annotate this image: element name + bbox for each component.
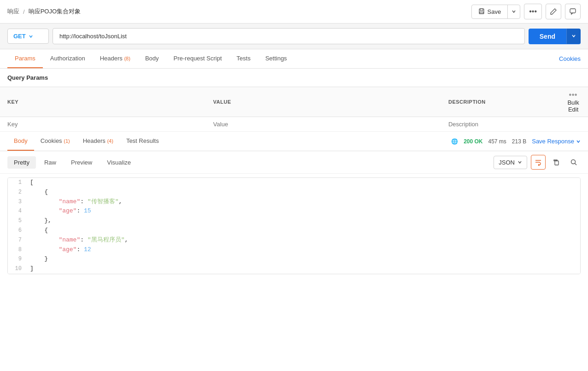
json-token-string: "传智播客" <box>88 198 119 205</box>
save-main-button[interactable]: Save <box>472 5 508 18</box>
comment-button[interactable] <box>565 4 581 19</box>
save-label: Save <box>488 8 501 15</box>
breadcrumb-part2: 响应POJO集合对象 <box>29 7 81 16</box>
breadcrumb-separator: / <box>23 8 25 15</box>
save-response-button[interactable]: Save Response <box>532 138 581 145</box>
copy-button[interactable] <box>549 155 563 169</box>
description-input[interactable] <box>448 121 551 128</box>
search-icon <box>570 159 577 166</box>
response-tab-body[interactable]: Body <box>7 132 34 151</box>
line-content: ] <box>26 264 580 274</box>
code-line: 8 "age": 12 <box>8 245 580 255</box>
send-dropdown-button[interactable] <box>566 29 581 44</box>
code-line: 4 "age": 15 <box>8 206 580 216</box>
code-line: 7 "name": "黑马程序员", <box>8 236 580 245</box>
edit-button[interactable] <box>546 4 561 19</box>
method-selector[interactable]: GET <box>7 29 49 44</box>
json-token-punct: : <box>80 198 88 205</box>
send-main-button[interactable]: Send <box>529 29 566 44</box>
value-input[interactable] <box>213 121 434 128</box>
line-number: 10 <box>8 264 26 273</box>
url-input[interactable] <box>53 28 525 44</box>
line-content: { <box>26 226 580 236</box>
more-dots-label: ••• <box>529 7 537 16</box>
json-token-bracket: [ <box>30 179 34 186</box>
tab-tests[interactable]: Tests <box>229 49 258 68</box>
send-button-group[interactable]: Send <box>529 29 581 44</box>
json-token-bracket: } <box>30 255 48 262</box>
response-tab-headers[interactable]: Headers (4) <box>76 132 120 151</box>
row-action-cell <box>559 117 588 132</box>
value-cell <box>206 117 441 132</box>
query-params-title: Query Params <box>0 69 588 87</box>
code-line: 10] <box>8 264 580 274</box>
json-token-bracket: }, <box>30 217 52 224</box>
json-token-punct: : <box>76 207 84 214</box>
line-number: 1 <box>8 178 26 187</box>
line-number: 5 <box>8 216 26 225</box>
send-chevron-icon <box>571 34 576 38</box>
line-content: "age": 15 <box>26 206 580 216</box>
wrap-icon <box>535 159 542 166</box>
tab-authorization[interactable]: Authorization <box>43 49 93 68</box>
format-tab-visualize[interactable]: Visualize <box>100 156 137 169</box>
col-header-action: ••• Bulk Edit <box>559 87 588 117</box>
pencil-icon <box>550 8 557 15</box>
line-number: 8 <box>8 245 26 254</box>
description-cell <box>441 117 559 132</box>
response-status: 200 OK <box>464 138 482 145</box>
json-token-number: 12 <box>84 246 91 253</box>
code-line: 1[ <box>8 178 580 188</box>
bulk-edit-button[interactable]: Bulk Edit <box>566 99 581 113</box>
format-tab-preview[interactable]: Preview <box>65 156 99 169</box>
svg-rect-1 <box>480 9 483 11</box>
table-more-icon[interactable]: ••• <box>569 91 577 99</box>
save-dropdown-button[interactable] <box>508 5 520 18</box>
json-token-key: "age" <box>30 207 76 214</box>
json-token-number: 15 <box>84 207 91 214</box>
response-tab-test-results[interactable]: Test Results <box>120 132 165 151</box>
json-token-punct: : <box>80 236 88 243</box>
line-content: { <box>26 188 580 197</box>
json-token-punct: , <box>124 236 128 243</box>
cookies-link[interactable]: Cookies <box>559 55 581 62</box>
code-wrapper: 1[2 {3 "name": "传智播客",4 "age": 155 },6 {… <box>7 177 581 274</box>
query-params-section: Query Params KEY VALUE DESCRIPTION ••• B… <box>0 69 588 132</box>
tab-settings[interactable]: Settings <box>258 49 294 68</box>
response-tab-cookies[interactable]: Cookies (1) <box>34 132 76 151</box>
line-number: 9 <box>8 254 26 264</box>
col-header-key: KEY <box>0 87 206 117</box>
breadcrumb: 响应 / 响应POJO集合对象 <box>7 7 81 16</box>
col-header-description: DESCRIPTION <box>441 87 559 117</box>
request-tabs: Params Authorization Headers (8) Body Pr… <box>7 49 294 68</box>
json-format-selector[interactable]: JSON <box>494 156 527 169</box>
tab-pre-request-script[interactable]: Pre-request Script <box>166 49 229 68</box>
method-chevron-icon <box>29 34 33 39</box>
tab-headers[interactable]: Headers (8) <box>93 49 138 68</box>
copy-icon <box>553 159 560 166</box>
code-area[interactable]: 1[2 {3 "name": "传智播客",4 "age": 155 },6 {… <box>8 178 580 274</box>
key-input[interactable] <box>7 121 199 128</box>
tab-body[interactable]: Body <box>138 49 166 68</box>
url-bar: GET Send <box>0 24 588 49</box>
col-header-value: VALUE <box>206 87 441 117</box>
format-bar: Pretty Raw Preview Visualize JSON <box>0 151 588 174</box>
table-row <box>0 117 588 132</box>
tab-params[interactable]: Params <box>7 49 43 68</box>
code-line: 9 } <box>8 254 580 264</box>
request-tabs-row: Params Authorization Headers (8) Body Pr… <box>0 49 588 69</box>
wrap-text-button[interactable] <box>531 155 546 170</box>
key-cell <box>0 117 206 132</box>
save-button-group[interactable]: Save <box>471 5 521 19</box>
search-button[interactable] <box>567 155 581 169</box>
svg-line-6 <box>575 164 577 165</box>
top-bar: 响应 / 响应POJO集合对象 Save ••• <box>0 0 588 24</box>
format-tab-pretty[interactable]: Pretty <box>7 156 36 169</box>
svg-rect-3 <box>570 9 576 13</box>
format-tab-raw[interactable]: Raw <box>38 156 63 169</box>
line-number: 6 <box>8 226 26 235</box>
line-number: 2 <box>8 188 26 197</box>
more-options-button[interactable]: ••• <box>524 4 542 19</box>
send-label: Send <box>540 33 555 40</box>
line-number: 4 <box>8 206 26 216</box>
